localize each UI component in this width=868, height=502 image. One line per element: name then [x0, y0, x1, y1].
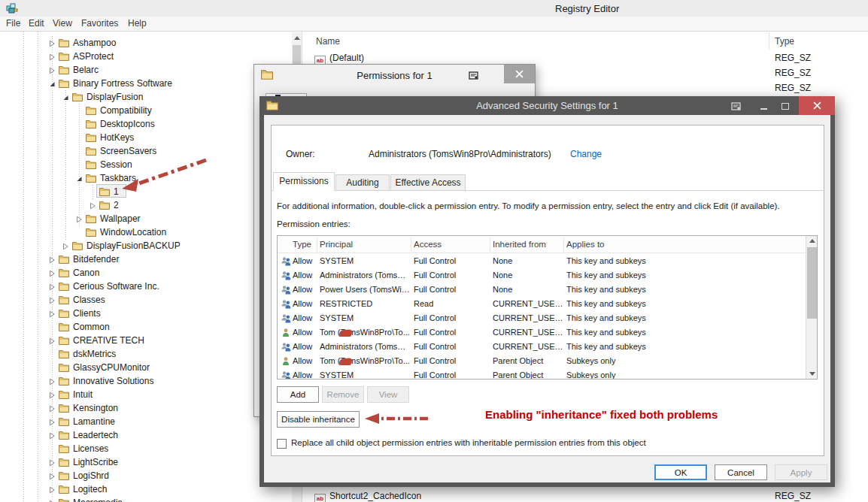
tree-item-label[interactable]: WindowLocation [100, 227, 166, 237]
tree-item-licenses[interactable]: Licenses [0, 442, 302, 455]
tree-item-lightscribe[interactable]: LightScribe [0, 455, 302, 469]
maximize-icon[interactable] [782, 103, 789, 110]
permission-entry-row[interactable]: SYSTEMAllowFull ControlCURRENT_USER\Soft… [278, 311, 806, 325]
tree-item-macromedia[interactable]: Macromedia [0, 496, 302, 502]
column-header-name[interactable]: Name [316, 36, 340, 47]
apply-button[interactable]: Apply [775, 464, 827, 480]
value-name[interactable]: (Default) [329, 53, 364, 63]
expand-icon[interactable] [76, 215, 83, 225]
tree-item-label[interactable]: Belarc [73, 65, 99, 75]
header-separator[interactable] [411, 237, 411, 252]
expand-icon[interactable] [49, 53, 56, 63]
help-icon[interactable] [469, 70, 479, 83]
tree-item-label[interactable]: Ashampoo [73, 38, 116, 48]
tree-item-label[interactable]: Binary Fortress Software [73, 78, 172, 89]
ok-button[interactable]: OK [654, 464, 707, 480]
tree-item-label[interactable]: DisplayFusionBACKUP [86, 240, 181, 251]
collapse-icon[interactable] [62, 93, 69, 104]
column-header-type[interactable]: Type [775, 36, 794, 47]
tree-item-label[interactable]: Kensington [73, 403, 118, 413]
menu-item-favorites[interactable]: Favorites [81, 18, 118, 29]
menu-item-edit[interactable]: Edit [29, 18, 44, 29]
header-separator[interactable] [317, 237, 317, 252]
tree-item-label[interactable]: Logitech [73, 484, 107, 494]
header-separator[interactable] [563, 237, 564, 252]
advanced-dialog-titlebar[interactable]: Advanced Security Settings for 1 [259, 96, 835, 115]
expand-icon[interactable] [49, 337, 56, 347]
add-button[interactable]: Add [277, 386, 319, 403]
expand-icon[interactable] [62, 242, 69, 253]
tree-item-label[interactable]: CREATIVE TECH [73, 335, 144, 346]
scroll-down-button[interactable] [806, 368, 818, 379]
tree-item-label[interactable]: Bitdefender [73, 254, 119, 265]
tree-item-label[interactable]: Macromedia [73, 497, 123, 502]
expand-icon[interactable] [49, 485, 56, 496]
expand-icon[interactable] [49, 296, 56, 307]
tree-item-label[interactable]: Cerious Software Inc. [73, 281, 159, 292]
tree-item-label[interactable]: Common [73, 322, 110, 332]
change-owner-link[interactable]: Change [570, 149, 602, 159]
cancel-button[interactable]: Cancel [715, 464, 767, 480]
tree-item-ashampoo[interactable]: Ashampoo [0, 36, 302, 50]
tree-item-leadertech[interactable]: Leadertech [0, 428, 302, 442]
permission-entry-row[interactable]: Tom (TomsWin8Pro\To...AllowFull ControlP… [278, 354, 806, 368]
tree-item-label[interactable]: GlassyCPUMonitor [73, 362, 150, 373]
permission-entry-row[interactable]: Power Users (TomsWin8Pro\...AllowFull Co… [278, 283, 806, 297]
tree-item-label[interactable]: Canon [73, 268, 99, 278]
minimize-icon[interactable] [760, 108, 767, 110]
table-column-access[interactable]: Access [414, 240, 442, 249]
tree-item-label[interactable]: DesktopIcons [100, 119, 155, 129]
expand-icon[interactable] [49, 391, 56, 401]
value-name[interactable]: Shortcut2_CachedIcon [329, 491, 421, 501]
tree-item-label[interactable]: Intuit [73, 389, 93, 400]
tree-item-label[interactable]: ASProtect [73, 51, 114, 62]
tree-item-label[interactable]: HotKeys [100, 132, 134, 143]
column-separator[interactable] [769, 33, 769, 50]
help-icon[interactable] [731, 101, 742, 114]
tree-item-logitech[interactable]: Logitech [0, 482, 302, 496]
tree-item-label[interactable]: Compatibility [100, 105, 152, 116]
menu-item-help[interactable]: Help [128, 18, 147, 29]
tree-item-label[interactable]: Clients [73, 308, 101, 319]
tree-item-label[interactable]: Wallpaper [100, 213, 141, 224]
table-column-applies-to[interactable]: Applies to [566, 240, 605, 249]
tree-item-logishrd[interactable]: LogiShrd [0, 469, 302, 482]
expand-icon[interactable] [49, 66, 56, 77]
expand-icon[interactable] [49, 404, 56, 415]
expand-icon[interactable] [49, 458, 56, 469]
expand-icon[interactable] [49, 418, 56, 428]
tree-item-label[interactable]: Leadertech [73, 430, 118, 440]
header-separator[interactable] [490, 237, 490, 252]
tree-item-label[interactable]: Classes [73, 295, 105, 305]
expand-icon[interactable] [49, 39, 56, 50]
permission-entry-row[interactable]: Tom (TomsWin8Pro\To...AllowFull ControlC… [278, 325, 806, 340]
tree-item-label[interactable]: dskMetrics [73, 349, 116, 359]
table-scrollbar[interactable] [806, 236, 818, 379]
tree-item-label[interactable]: Innovative Solutions [73, 376, 153, 386]
remove-button[interactable]: Remove [322, 386, 364, 403]
tab-auditing[interactable]: Auditing [335, 174, 390, 191]
tab-permissions[interactable]: Permissions [273, 172, 335, 191]
view-button[interactable]: View [367, 386, 409, 403]
permission-entry-row[interactable]: SYSTEMAllowFull ControlParent ObjectSubk… [278, 368, 806, 380]
menu-item-view[interactable]: View [53, 18, 72, 29]
table-column-principal[interactable]: Principal [320, 240, 353, 249]
expand-icon[interactable] [49, 431, 56, 442]
scroll-up-button[interactable] [806, 236, 818, 246]
tree-item-label[interactable]: Lamantine [73, 416, 115, 427]
permission-entry-row[interactable]: Administrators (TomsWin8Pr...AllowFull C… [278, 340, 806, 354]
table-column-type[interactable]: Type [293, 240, 311, 249]
permissions-dialog-titlebar[interactable]: Permissions for 1 [254, 65, 535, 86]
permission-entry-row[interactable]: Administrators (TomsWin8Pr...AllowFull C… [278, 268, 806, 283]
expand-icon[interactable] [49, 377, 56, 388]
table-column-inherited-from[interactable]: Inherited from [493, 240, 546, 249]
tree-item-label[interactable]: LogiShrd [73, 470, 109, 481]
permission-entry-row[interactable]: SYSTEMAllowFull ControlNoneThis key and … [278, 254, 806, 268]
tree-item-label[interactable]: 2 [114, 200, 119, 210]
expand-icon[interactable] [90, 201, 96, 212]
expand-icon[interactable] [49, 256, 56, 266]
scrollbar-thumb[interactable] [807, 247, 817, 319]
replace-child-permissions-checkbox[interactable] [277, 439, 287, 449]
tree-item-label[interactable]: LightScribe [73, 457, 118, 467]
expand-icon[interactable] [49, 472, 56, 482]
